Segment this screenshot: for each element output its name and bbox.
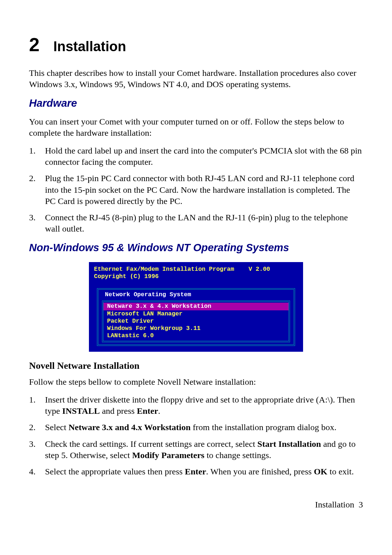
terminal-option-selected[interactable]: Netware 3.x & 4.x Workstation xyxy=(103,303,289,310)
hardware-heading: Hardware xyxy=(29,97,363,110)
novell-heading: Novell Netware Installation xyxy=(29,360,363,372)
hardware-intro: You can insert your Comet with your comp… xyxy=(29,116,363,139)
step-text: Plug the 15-pin PC Card connector with b… xyxy=(45,173,363,207)
step-text: Check the card settings. If current sett… xyxy=(45,438,363,461)
novell-steps: Insert the driver diskette into the flop… xyxy=(29,394,363,477)
chapter-heading: 2 Installation xyxy=(29,33,363,57)
terminal-title-line2: Copyright (C) 1996 xyxy=(94,273,159,280)
step-text: Select the appropriate values then press… xyxy=(45,466,363,477)
chapter-title: Installation xyxy=(53,38,126,56)
list-item: Select Netware 3.x and 4.x Workstation f… xyxy=(29,422,363,433)
footer-label: Installation xyxy=(315,500,354,509)
terminal-option[interactable]: Packet Driver xyxy=(103,318,289,325)
page-footer: Installation 3 xyxy=(29,499,363,510)
list-item: Insert the driver diskette into the flop… xyxy=(29,394,363,417)
novell-intro: Follow the steps bellow to complete Nove… xyxy=(29,376,363,388)
terminal-option[interactable]: LANtastic 6.0 xyxy=(103,332,289,339)
terminal-panel-title: Network Operating System xyxy=(98,290,294,301)
terminal-title-line1: Ethernet Fax/Modem Installation Program … xyxy=(94,266,270,273)
list-item: Hold the card label up and insert the ca… xyxy=(29,145,363,168)
page-number: 3 xyxy=(359,500,363,509)
terminal-option[interactable]: Windows For Workgroup 3.11 xyxy=(103,325,289,332)
terminal-screenshot: Ethernet Fax/Modem Installation Program … xyxy=(29,262,363,352)
list-item: Plug the 15-pin PC Card connector with b… xyxy=(29,173,363,207)
list-item: Select the appropriate values then press… xyxy=(29,466,363,477)
dos-terminal: Ethernet Fax/Modem Installation Program … xyxy=(89,262,303,352)
terminal-option-list: Netware 3.x & 4.x Workstation Microsoft … xyxy=(102,301,290,342)
terminal-option[interactable]: Microsoft LAN Manager xyxy=(103,310,289,318)
chapter-number: 2 xyxy=(29,33,40,57)
list-item: Check the card settings. If current sett… xyxy=(29,438,363,461)
list-item: Connect the RJ-45 (8-pin) plug to the LA… xyxy=(29,212,363,234)
nonwin-heading: Non-Windows 95 & Windows NT Operating Sy… xyxy=(29,241,363,255)
step-text: Hold the card label up and insert the ca… xyxy=(45,145,363,168)
step-text: Connect the RJ-45 (8-pin) plug to the LA… xyxy=(45,212,363,234)
terminal-header: Ethernet Fax/Modem Installation Program … xyxy=(89,262,303,283)
step-text: Insert the driver diskette into the flop… xyxy=(45,394,363,417)
step-text: Select Netware 3.x and 4.x Workstation f… xyxy=(45,422,363,433)
hardware-steps: Hold the card label up and insert the ca… xyxy=(29,145,363,234)
intro-paragraph: This chapter describes how to install yo… xyxy=(29,68,363,90)
terminal-panel: Network Operating System Netware 3.x & 4… xyxy=(97,288,295,346)
